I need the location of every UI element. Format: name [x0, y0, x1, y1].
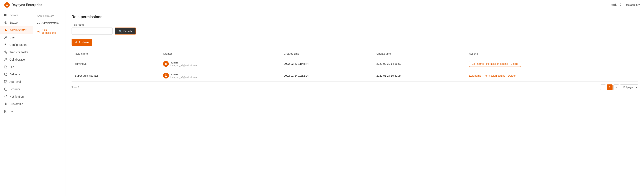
svg-point-11: [6, 59, 7, 59]
search-button[interactable]: 🔍 Search: [115, 27, 136, 34]
role-name-input[interactable]: [72, 27, 113, 34]
admin-sub-icon: [37, 21, 40, 24]
svg-point-18: [165, 74, 166, 76]
sidebar-item-user-label: User: [10, 36, 16, 39]
topbar-right: 简体中文 testadmin ▾: [611, 3, 640, 7]
table-row: Super administrator admin louruyun_99@ou…: [72, 70, 638, 82]
svg-point-5: [5, 21, 7, 24]
col-update-time: Update time: [373, 50, 466, 58]
row2-update-time: 2022-01-24 10:52:24: [373, 70, 466, 82]
row2-actions-cell: Edit name Permission setting Delete: [469, 74, 635, 77]
row1-role-name: admin898: [72, 58, 160, 70]
approval-icon: [4, 80, 8, 83]
row2-created-time: 2022-01-24 10:52:24: [280, 70, 373, 82]
sidebar-item-notification[interactable]: Notification: [0, 93, 33, 100]
row1-created-time: 2022-02-22 11:48:44: [280, 58, 373, 70]
role-name-label: Role name: [72, 23, 113, 26]
col-creator: Creator: [160, 50, 280, 58]
sidebar-item-file[interactable]: File: [0, 63, 33, 71]
pagination: ‹ 1 › 10 / page 20 / page 50 / page: [600, 84, 638, 90]
sidebar-item-approval[interactable]: Approval: [0, 78, 33, 85]
collab-icon: [4, 58, 8, 61]
permission-setting-link-row2[interactable]: Permission setting: [484, 74, 506, 77]
sub-sidebar-item-role-permissions[interactable]: Role permissions: [33, 26, 66, 36]
permission-setting-link-row1[interactable]: Permission setting: [486, 62, 508, 65]
add-icon: ⊕: [75, 41, 78, 44]
sidebar: Server Space Administrator User Configur…: [0, 10, 33, 196]
svg-point-17: [165, 63, 166, 64]
sidebar-item-transfer-tasks-label: Transfer Tasks: [10, 50, 28, 54]
sidebar-item-log[interactable]: Log: [0, 108, 33, 115]
lang-selector[interactable]: 简体中文: [611, 3, 622, 7]
topbar: Raysync Enterprise 简体中文 testadmin ▾: [0, 0, 644, 10]
total-count: Total 2: [72, 86, 79, 89]
sidebar-item-administrator[interactable]: Administrator: [0, 26, 33, 34]
logo-icon: [4, 2, 10, 8]
sidebar-item-server[interactable]: Server: [0, 11, 33, 19]
sidebar-item-space-label: Space: [10, 21, 18, 24]
row1-update-time: 2022-03-30 14:36:59: [373, 58, 466, 70]
svg-point-15: [38, 22, 39, 23]
row2-actions: Edit name Permission setting Delete: [466, 70, 638, 82]
sub-sidebar: Administrators Administrators Role permi…: [33, 10, 66, 196]
sidebar-item-file-label: File: [10, 65, 14, 69]
user-menu[interactable]: testadmin ▾: [626, 3, 640, 6]
table-row: admin898 admin louruyun_99@outlook.com: [72, 58, 638, 70]
transfer-icon: [4, 50, 8, 54]
col-actions: Actions: [466, 50, 638, 58]
svg-point-10: [5, 59, 6, 59]
svg-point-8: [5, 36, 6, 37]
sidebar-item-user[interactable]: User: [0, 34, 33, 41]
sidebar-item-security[interactable]: Security: [0, 85, 33, 93]
edit-name-link-row2[interactable]: Edit name: [469, 74, 481, 77]
table-wrap: Role name Creator Created time Update ti…: [72, 50, 638, 82]
role-icon: [37, 30, 40, 33]
delivery-icon: [4, 73, 8, 76]
roles-table: Role name Creator Created time Update ti…: [72, 50, 638, 82]
page-title: Role permissions: [72, 15, 638, 19]
page-1-button[interactable]: 1: [607, 84, 612, 90]
delete-link-row2[interactable]: Delete: [508, 74, 516, 77]
sub-sidebar-item-administrators[interactable]: Administrators: [33, 19, 66, 26]
search-icon: 🔍: [119, 29, 122, 33]
table-header: Role name Creator Created time Update ti…: [72, 50, 638, 58]
security-icon: [4, 88, 8, 91]
page-size-select[interactable]: 10 / page 20 / page 50 / page: [620, 84, 638, 90]
config-icon: [4, 43, 8, 46]
sidebar-item-transfer-tasks[interactable]: Transfer Tasks: [0, 48, 33, 56]
sidebar-item-space[interactable]: Space: [0, 19, 33, 26]
svg-point-16: [38, 30, 39, 31]
sidebar-item-delivery[interactable]: Delivery: [0, 71, 33, 78]
creator-name: admin: [170, 61, 198, 64]
layout: Server Space Administrator User Configur…: [0, 10, 644, 196]
customize-icon: [4, 102, 8, 106]
prev-page-button[interactable]: ‹: [600, 84, 606, 90]
admin-icon: [4, 28, 8, 32]
delete-link-row1[interactable]: Delete: [510, 62, 518, 65]
sidebar-item-administrator-label: Administrator: [10, 28, 26, 32]
user-avatar-icon: [164, 62, 168, 65]
svg-point-6: [5, 22, 6, 23]
sub-sidebar-item-administrators-label: Administrators: [42, 21, 58, 24]
row1-creator: admin louruyun_99@outlook.com: [160, 58, 280, 70]
svg-point-4: [6, 15, 7, 16]
svg-point-13: [5, 103, 6, 105]
user-icon: [4, 36, 8, 39]
creator-avatar: [163, 73, 169, 78]
sub-sidebar-title: Administrators: [33, 13, 66, 19]
row2-role-name: Super administrator: [72, 70, 160, 82]
notification-icon: [4, 95, 8, 98]
sidebar-item-customize-label: Customize: [10, 102, 23, 106]
sidebar-item-configuration[interactable]: Configuration: [0, 41, 33, 48]
add-role-button[interactable]: ⊕ Add role: [72, 39, 92, 46]
space-icon: [4, 21, 8, 24]
username-label: testadmin: [626, 3, 638, 6]
creator-info: admin louruyun_99@outlook.com: [170, 61, 198, 67]
sidebar-item-collaboration[interactable]: Collaboration: [0, 56, 33, 63]
edit-name-link-row1[interactable]: Edit name: [472, 62, 484, 65]
logo-text: Raysync Enterprise: [12, 3, 42, 7]
sidebar-item-customize[interactable]: Customize: [0, 100, 33, 108]
row2-creator: admin louruyun_99@outlook.com: [160, 70, 280, 82]
next-page-button[interactable]: ›: [613, 84, 619, 90]
row1-actions-cell: Edit name Permission setting Delete: [469, 61, 521, 67]
